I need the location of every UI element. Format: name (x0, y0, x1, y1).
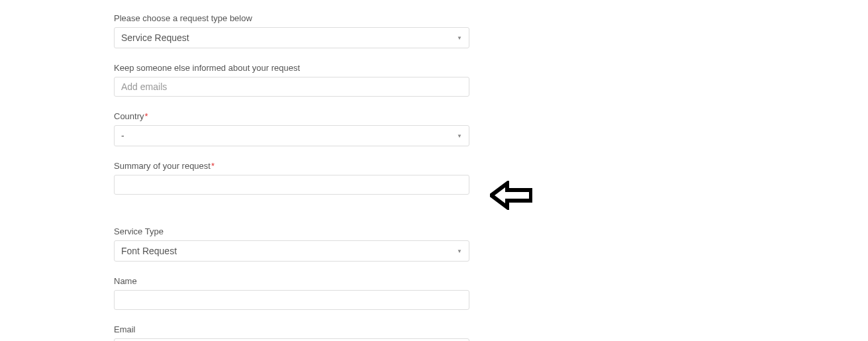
service-type-value: Font Request (121, 246, 177, 256)
form-container: Please choose a request type below Servi… (0, 0, 470, 341)
email-group: Email (114, 324, 470, 341)
summary-group: Summary of your request* (114, 161, 470, 195)
keep-informed-input[interactable] (114, 77, 469, 97)
chevron-down-icon: ▼ (457, 248, 462, 254)
request-type-group: Please choose a request type below Servi… (114, 13, 470, 48)
country-label: Country* (114, 111, 470, 121)
chevron-down-icon: ▼ (457, 35, 462, 41)
required-mark: * (211, 161, 215, 171)
email-label: Email (114, 324, 470, 334)
chevron-down-icon: ▼ (457, 133, 462, 139)
required-mark: * (145, 111, 148, 121)
arrow-left-icon (490, 181, 532, 213)
request-type-select[interactable]: Service Request ▼ (114, 27, 469, 48)
country-value: - (121, 130, 124, 141)
country-select[interactable]: - ▼ (114, 125, 469, 146)
request-type-label: Please choose a request type below (114, 13, 470, 23)
service-type-group: Service Type Font Request ▼ (114, 226, 470, 262)
summary-label: Summary of your request* (114, 161, 470, 171)
name-input[interactable] (114, 290, 469, 310)
summary-input[interactable] (114, 175, 469, 195)
name-group: Name (114, 276, 470, 310)
name-label: Name (114, 276, 470, 286)
service-type-select[interactable]: Font Request ▼ (114, 240, 469, 262)
email-input[interactable] (114, 338, 469, 341)
request-type-value: Service Request (121, 32, 189, 43)
keep-informed-group: Keep someone else informed about your re… (114, 63, 470, 97)
country-group: Country* - ▼ (114, 111, 470, 146)
keep-informed-label: Keep someone else informed about your re… (114, 63, 470, 73)
summary-label-text: Summary of your request (114, 161, 211, 171)
service-type-label: Service Type (114, 226, 470, 236)
country-label-text: Country (114, 111, 144, 121)
